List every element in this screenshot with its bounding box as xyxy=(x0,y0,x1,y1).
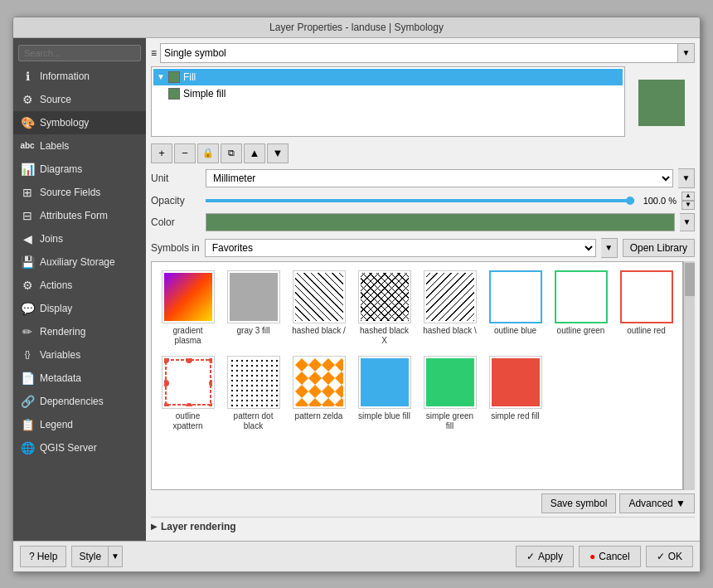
symbol-thumb-simple-red-fill xyxy=(489,356,542,409)
style-button-group: Style ▼ xyxy=(71,546,123,567)
symbol-item-simple-green-fill[interactable]: simple green fill xyxy=(420,354,479,433)
sidebar-item-label: Dependencies xyxy=(40,396,104,407)
symbol-item-pattern-zelda[interactable]: pattern zelda xyxy=(289,354,348,433)
symbol-thumb-simple-green-fill xyxy=(424,356,477,409)
sidebar-item-actions[interactable]: ⚙ Actions xyxy=(13,274,146,297)
symbol-item-hashed-black-slash[interactable]: hashed black / xyxy=(289,269,348,347)
move-down-button[interactable]: ▼ xyxy=(267,143,289,163)
opacity-row: Opacity 100.0 % ▲ ▼ xyxy=(151,192,695,210)
color-label: Color xyxy=(151,216,201,228)
symbol-type-dropdown-arrow[interactable]: ▼ xyxy=(678,43,695,63)
tree-item-fill[interactable]: ▼ Fill xyxy=(153,69,623,85)
unit-dropdown-arrow[interactable]: ▼ xyxy=(678,168,695,188)
opacity-decrement[interactable]: ▼ xyxy=(681,201,695,210)
opacity-increment[interactable]: ▲ xyxy=(681,192,695,201)
sidebar-item-display[interactable]: 💬 Display xyxy=(13,297,146,320)
symbol-label-outline-red: outline red xyxy=(627,326,666,336)
add-layer-button[interactable]: + xyxy=(151,143,172,163)
move-up-button[interactable]: ▲ xyxy=(244,143,265,163)
layer-rendering-expand-icon[interactable]: ▶ xyxy=(151,522,158,531)
sidebar-item-joins[interactable]: ◀ Joins xyxy=(13,227,146,250)
color-dropdown-arrow[interactable]: ▼ xyxy=(680,213,695,231)
sidebar-item-metadata[interactable]: 📄 Metadata xyxy=(13,367,146,390)
open-library-button[interactable]: Open Library xyxy=(623,239,695,257)
sidebar-item-rendering[interactable]: ✏ Rendering xyxy=(13,320,146,343)
advanced-dropdown-icon: ▼ xyxy=(676,498,686,509)
help-button[interactable]: ? Help xyxy=(20,546,66,567)
symbol-label-gray-3-fill: gray 3 fill xyxy=(236,326,269,336)
actions-icon: ⚙ xyxy=(20,278,35,293)
tree-simple-fill-label: Simple fill xyxy=(183,88,226,100)
symbology-panel: ≡ Single symbol ▼ ▼ Fill xyxy=(146,38,700,541)
symbol-label-pattern-dot-black: pattern dot black xyxy=(226,411,281,431)
sidebar-item-label: Metadata xyxy=(40,372,81,384)
sidebar-item-source-fields[interactable]: ⊞ Source Fields xyxy=(13,181,146,204)
sidebar-item-variables[interactable]: {} Variables xyxy=(13,343,146,367)
lock-layer-button[interactable]: 🔒 xyxy=(197,143,219,163)
symbol-thumb-simple-blue-fill xyxy=(358,356,411,409)
symbol-label-outline-xpattern: outline xpattern xyxy=(160,411,216,431)
symbol-type-select[interactable]: Single symbol xyxy=(160,43,678,63)
color-picker-bar[interactable] xyxy=(206,213,675,231)
sidebar-item-label: Auxiliary Storage xyxy=(40,256,115,268)
simple-fill-color-swatch xyxy=(168,88,180,100)
symbol-item-simple-blue-fill[interactable]: simple blue fill xyxy=(355,354,414,433)
help-label: Help xyxy=(37,551,58,562)
remove-layer-button[interactable]: − xyxy=(174,143,196,163)
sidebar-item-label: Variables xyxy=(40,349,80,361)
symbol-item-outline-blue[interactable]: outline blue xyxy=(486,269,545,347)
symbol-item-outline-red[interactable]: outline red xyxy=(617,269,676,347)
symbol-item-outline-green[interactable]: outline green xyxy=(551,269,610,347)
symbols-scrollbar-thumb[interactable] xyxy=(685,263,695,296)
sidebar-item-qgis-server[interactable]: 🌐 QGIS Server xyxy=(13,436,146,459)
symbols-grid: gradient plasma gray 3 fill xyxy=(155,265,679,436)
tree-item-simple-fill[interactable]: Simple fill xyxy=(153,85,623,102)
symbol-item-hashed-black-backslash[interactable]: hashed black \ xyxy=(420,269,479,347)
symbols-scrollbar[interactable] xyxy=(683,261,695,490)
sidebar-item-label: Attributes Form xyxy=(40,210,108,221)
style-dropdown-button[interactable]: ▼ xyxy=(108,546,123,567)
sidebar-item-legend[interactable]: 📋 Legend xyxy=(13,413,146,436)
cancel-label: Cancel xyxy=(599,551,629,562)
sidebar-item-source[interactable]: ⚙ Source xyxy=(13,88,146,111)
sidebar-item-dependencies[interactable]: 🔗 Dependencies xyxy=(13,390,146,413)
symbol-item-gradient-plasma[interactable]: gradient plasma xyxy=(158,269,217,347)
symbol-item-pattern-dot-black[interactable]: pattern dot black xyxy=(224,354,283,433)
sidebar-item-label: Actions xyxy=(40,279,72,291)
unit-select[interactable]: Millimeter xyxy=(206,169,673,187)
sidebar-item-auxiliary-storage[interactable]: 💾 Auxiliary Storage xyxy=(13,250,146,274)
sidebar-item-symbology[interactable]: 🎨 Symbology xyxy=(13,111,146,134)
ok-button[interactable]: ✓ OK xyxy=(646,546,693,567)
svg-rect-10 xyxy=(295,358,343,406)
advanced-button[interactable]: Advanced ▼ xyxy=(619,493,695,513)
opacity-slider[interactable] xyxy=(206,199,634,202)
sidebar-item-information[interactable]: ℹ Information xyxy=(13,65,146,88)
symbol-label-simple-blue-fill: simple blue fill xyxy=(358,411,410,421)
save-symbol-button[interactable]: Save symbol xyxy=(541,493,617,513)
duplicate-layer-button[interactable]: ⧉ xyxy=(221,143,242,163)
symbol-item-hashed-black-x[interactable]: hashed black X xyxy=(355,269,414,347)
apply-button[interactable]: ✓ Apply xyxy=(516,546,574,567)
sidebar-search[interactable] xyxy=(18,45,141,61)
attributes-form-icon: ⊟ xyxy=(20,208,35,223)
symbol-label-simple-red-fill: simple red fill xyxy=(491,411,539,421)
symbol-thumb-outline-blue xyxy=(489,270,542,323)
symbol-item-gray-3-fill[interactable]: gray 3 fill xyxy=(224,269,283,347)
cancel-button[interactable]: ● Cancel xyxy=(579,546,641,567)
single-symbol-row: ≡ Single symbol ▼ xyxy=(151,43,695,63)
sidebar-item-label: Joins xyxy=(40,233,63,245)
sidebar-item-label: Display xyxy=(40,303,72,314)
variables-icon: {} xyxy=(20,347,35,362)
tree-toolbar: + − 🔒 ⧉ ▲ ▼ xyxy=(151,143,695,163)
sidebar-item-attributes-form[interactable]: ⊟ Attributes Form xyxy=(13,204,146,227)
sidebar-item-diagrams[interactable]: 📊 Diagrams xyxy=(13,158,146,181)
symbol-item-simple-red-fill[interactable]: simple red fill xyxy=(486,354,545,433)
advanced-label: Advanced xyxy=(628,498,672,509)
symbols-category-dropdown-arrow[interactable]: ▼ xyxy=(601,238,618,258)
auxiliary-storage-icon: 💾 xyxy=(20,255,35,270)
sidebar-item-labels[interactable]: abc Labels xyxy=(13,134,146,158)
style-button[interactable]: Style xyxy=(71,546,108,567)
symbol-item-outline-xpattern[interactable]: outline xpattern xyxy=(158,354,217,433)
symbols-category-select[interactable]: Favorites xyxy=(205,239,596,257)
apply-checkmark-icon: ✓ xyxy=(526,551,535,562)
